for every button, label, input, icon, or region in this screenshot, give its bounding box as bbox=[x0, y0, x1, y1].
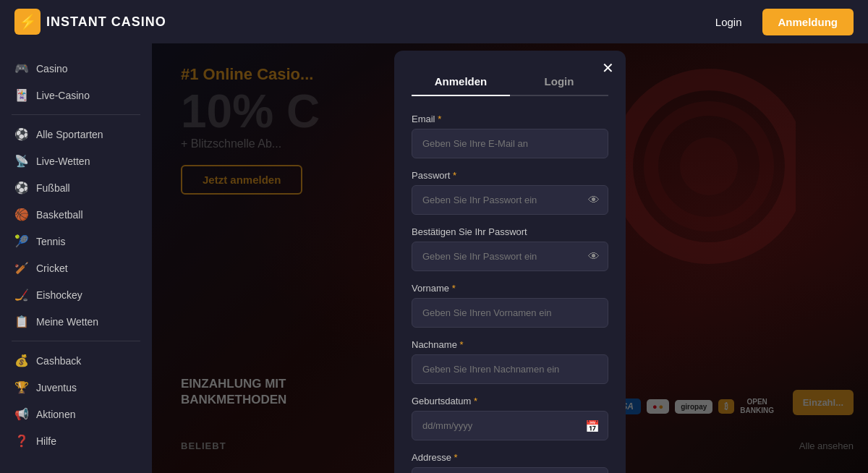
cashback-icon: 💰 bbox=[14, 354, 29, 367]
label-nachname: Nachname * bbox=[412, 339, 608, 350]
input-wrapper-passwort: 👁 bbox=[412, 185, 608, 215]
sidebar-item-tennis[interactable]: 🎾 Tennis bbox=[0, 228, 152, 255]
hilfe-icon: ❓ bbox=[14, 434, 29, 448]
tab-anmelden[interactable]: Anmelden bbox=[412, 68, 510, 96]
input-wrapper-nachname bbox=[412, 354, 608, 384]
sidebar-label-cashback: Cashback bbox=[36, 355, 81, 367]
basketball-icon: 🏀 bbox=[14, 208, 29, 221]
vorname-input[interactable] bbox=[412, 298, 608, 328]
live-casino-icon: 🃏 bbox=[14, 88, 29, 102]
content-area: #1 Online Casio... 10% C + Blitzschnelle… bbox=[152, 43, 868, 473]
sidebar-label-live-wetten: Live-Wetten bbox=[36, 155, 90, 167]
header-actions: Login Anmeldung bbox=[704, 9, 854, 35]
main-layout: 🎮 Casino 🃏 Live-Casino ⚽ Alle Sportarten… bbox=[0, 43, 868, 473]
sidebar-label-live-casino: Live-Casino bbox=[36, 90, 90, 101]
tab-login[interactable]: Login bbox=[510, 68, 608, 96]
calendar-icon[interactable]: 📅 bbox=[585, 419, 600, 432]
form-group-vorname: Vorname * bbox=[412, 283, 608, 328]
form-group-email: Email * bbox=[412, 114, 608, 158]
input-wrapper-vorname bbox=[412, 298, 608, 328]
nachname-input[interactable] bbox=[412, 354, 608, 384]
sidebar-label-fussball: Fußball bbox=[36, 182, 70, 194]
logo: ⚡ INSTANT CASINO bbox=[14, 9, 166, 35]
login-button[interactable]: Login bbox=[704, 10, 754, 34]
geburtsdatum-input[interactable] bbox=[412, 411, 608, 440]
cricket-icon: 🏏 bbox=[14, 261, 29, 275]
sidebar-item-aktionen[interactable]: 📢 Aktionen bbox=[0, 401, 152, 427]
sidebar-label-meine-wetten: Meine Wetten bbox=[36, 316, 98, 328]
password-eye-icon[interactable]: 👁 bbox=[588, 194, 600, 207]
label-bestaetigen: Bestätigen Sie Ihr Passwort bbox=[412, 226, 608, 237]
sidebar-item-live-casino[interactable]: 🃏 Live-Casino bbox=[0, 82, 152, 108]
meine-wetten-icon: 📋 bbox=[14, 315, 29, 328]
sidebar-label-tennis: Tennis bbox=[36, 236, 65, 247]
sidebar-label-juventus: Juventus bbox=[36, 382, 77, 393]
sidebar: 🎮 Casino 🃏 Live-Casino ⚽ Alle Sportarten… bbox=[0, 43, 152, 473]
sidebar-divider-1 bbox=[12, 114, 140, 115]
logo-text: INSTANT CASINO bbox=[46, 14, 166, 30]
sidebar-item-eishockey[interactable]: 🏒 Eishockey bbox=[0, 281, 152, 308]
sidebar-item-cashback[interactable]: 💰 Cashback bbox=[0, 347, 152, 374]
sidebar-item-alle-sportarten[interactable]: ⚽ Alle Sportarten bbox=[0, 121, 152, 148]
label-email: Email * bbox=[412, 114, 608, 124]
form-group-bestaetigen: Bestätigen Sie Ihr Passwort 👁 bbox=[412, 226, 608, 271]
header: ⚡ INSTANT CASINO Login Anmeldung bbox=[0, 0, 868, 43]
eishockey-icon: 🏒 bbox=[14, 288, 29, 302]
sidebar-divider-2 bbox=[12, 341, 140, 341]
sidebar-item-juventus[interactable]: 🏆 Juventus bbox=[0, 374, 152, 401]
label-addresse: Addresse * bbox=[412, 452, 608, 463]
email-input[interactable] bbox=[412, 129, 608, 158]
label-vorname: Vorname * bbox=[412, 283, 608, 294]
form-group-passwort: Passwort * 👁 bbox=[412, 170, 608, 215]
modal-tabs: Anmelden Login bbox=[412, 68, 608, 96]
sidebar-label-aktionen: Aktionen bbox=[36, 409, 75, 420]
form-group-geburtsdatum: Geburtsdatum * 📅 bbox=[412, 396, 608, 440]
sidebar-label-casino: Casino bbox=[36, 63, 68, 74]
casino-icon: 🎮 bbox=[14, 61, 29, 75]
registration-modal: ✕ Anmelden Login Email * bbox=[394, 51, 626, 473]
sidebar-item-cricket[interactable]: 🏏 Cricket bbox=[0, 255, 152, 281]
form-group-nachname: Nachname * bbox=[412, 339, 608, 384]
input-wrapper-email bbox=[412, 129, 608, 158]
tennis-icon: 🎾 bbox=[14, 234, 29, 248]
confirm-password-input[interactable] bbox=[412, 242, 608, 271]
addresse-input[interactable] bbox=[412, 467, 608, 473]
sidebar-item-basketball[interactable]: 🏀 Basketball bbox=[0, 201, 152, 228]
confirm-password-eye-icon[interactable]: 👁 bbox=[588, 250, 600, 263]
sidebar-item-live-wetten[interactable]: 📡 Live-Wetten bbox=[0, 148, 152, 174]
label-geburtsdatum: Geburtsdatum * bbox=[412, 396, 608, 406]
input-wrapper-geburtsdatum: 📅 bbox=[412, 411, 608, 440]
modal-backdrop: ✕ Anmelden Login Email * bbox=[152, 43, 868, 473]
sidebar-item-fussball[interactable]: ⚽ Fußball bbox=[0, 174, 152, 201]
aktionen-icon: 📢 bbox=[14, 407, 29, 421]
sidebar-label-eishockey: Eishockey bbox=[36, 289, 82, 301]
sidebar-item-casino[interactable]: 🎮 Casino bbox=[0, 55, 152, 82]
input-wrapper-bestaetigen: 👁 bbox=[412, 242, 608, 271]
label-passwort: Passwort * bbox=[412, 170, 608, 181]
sidebar-label-basketball: Basketball bbox=[36, 209, 83, 221]
live-wetten-icon: 📡 bbox=[14, 154, 29, 168]
register-button[interactable]: Anmeldung bbox=[762, 9, 854, 35]
juventus-icon: 🏆 bbox=[14, 380, 29, 394]
logo-icon: ⚡ bbox=[14, 9, 41, 35]
sidebar-item-meine-wetten[interactable]: 📋 Meine Wetten bbox=[0, 308, 152, 335]
sidebar-label-alle-sportarten: Alle Sportarten bbox=[36, 129, 103, 140]
fussball-icon: ⚽ bbox=[14, 181, 29, 195]
form-group-addresse: Addresse * bbox=[412, 452, 608, 473]
modal-close-button[interactable]: ✕ bbox=[602, 61, 614, 75]
sidebar-label-hilfe: Hilfe bbox=[36, 435, 56, 447]
alle-sportarten-icon: ⚽ bbox=[14, 127, 29, 141]
input-wrapper-addresse bbox=[412, 467, 608, 473]
sidebar-item-hilfe[interactable]: ❓ Hilfe bbox=[0, 427, 152, 454]
sidebar-label-cricket: Cricket bbox=[36, 263, 68, 274]
password-input[interactable] bbox=[412, 185, 608, 215]
